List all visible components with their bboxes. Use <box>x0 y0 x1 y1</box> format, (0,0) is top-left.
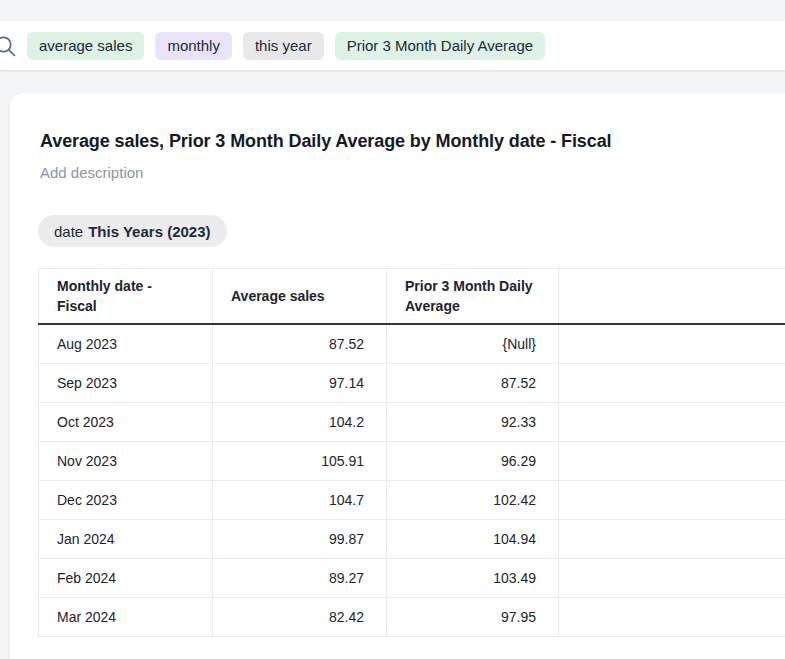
table-row: Aug 202387.52{Null} <box>39 324 785 363</box>
table-body: Aug 202387.52{Null}Sep 202397.1487.52Oct… <box>39 324 785 636</box>
filter-field-label: date <box>54 223 83 240</box>
cell-value: 104.7 <box>213 480 387 519</box>
table-header-row: Monthly date - FiscalAverage salesPrior … <box>39 269 785 325</box>
cell-date: Sep 2023 <box>39 363 213 402</box>
add-description-button[interactable]: Add description <box>40 164 143 182</box>
cell-empty <box>559 441 785 480</box>
table-row: Oct 2023104.292.33 <box>39 402 785 441</box>
cell-value: 87.52 <box>387 363 559 402</box>
cell-value: 103.49 <box>387 558 559 597</box>
filter-value-label: This Years (2023) <box>88 223 210 240</box>
cell-value: 104.2 <box>213 402 387 441</box>
cell-date: Dec 2023 <box>39 480 213 519</box>
filter-chip-date[interactable]: date This Years (2023) <box>38 215 227 247</box>
cell-empty <box>559 324 785 363</box>
search-token-1[interactable]: average sales <box>27 32 144 60</box>
cell-value: 105.91 <box>213 441 387 480</box>
cell-empty <box>559 402 785 441</box>
search-icon <box>0 34 17 58</box>
cell-empty <box>559 558 785 597</box>
cell-date: Feb 2024 <box>39 558 213 597</box>
cell-empty <box>559 519 785 558</box>
column-header-empty <box>559 269 785 325</box>
search-token-3[interactable]: this year <box>243 32 324 60</box>
cell-date: Jan 2024 <box>39 519 213 558</box>
cell-value: 97.14 <box>213 363 387 402</box>
search-token-2[interactable]: monthly <box>155 32 232 60</box>
cell-date: Nov 2023 <box>39 441 213 480</box>
table-row: Feb 202489.27103.49 <box>39 558 785 597</box>
cell-empty <box>559 597 785 636</box>
cell-value: 104.94 <box>387 519 559 558</box>
table-row: Nov 2023105.9196.29 <box>39 441 785 480</box>
answer-card: Average sales, Prior 3 Month Daily Avera… <box>10 93 785 659</box>
cell-value: {Null} <box>387 324 559 363</box>
cell-value: 92.33 <box>387 402 559 441</box>
cell-value: 99.87 <box>213 519 387 558</box>
table-row: Mar 202482.4297.95 <box>39 597 785 636</box>
cell-value: 97.95 <box>387 597 559 636</box>
table-row: Sep 202397.1487.52 <box>39 363 785 402</box>
cell-value: 89.27 <box>213 558 387 597</box>
search-bar[interactable]: average salesmonthlythis yearPrior 3 Mon… <box>0 21 785 70</box>
app-viewport: average salesmonthlythis yearPrior 3 Mon… <box>0 0 785 659</box>
cell-value: 82.42 <box>213 597 387 636</box>
search-token-4[interactable]: Prior 3 Month Daily Average <box>335 32 545 60</box>
table-row: Jan 202499.87104.94 <box>39 519 785 558</box>
cell-empty <box>559 363 785 402</box>
cell-date: Oct 2023 <box>39 402 213 441</box>
answer-title: Average sales, Prior 3 Month Daily Avera… <box>40 129 785 153</box>
table-row: Dec 2023104.7102.42 <box>39 480 785 519</box>
cell-value: 87.52 <box>213 324 387 363</box>
cell-value: 102.42 <box>387 480 559 519</box>
search-token-list: average salesmonthlythis yearPrior 3 Mon… <box>27 32 545 60</box>
cell-date: Mar 2024 <box>39 597 213 636</box>
cell-date: Aug 2023 <box>39 324 213 363</box>
cell-value: 96.29 <box>387 441 559 480</box>
column-header-1[interactable]: Monthly date - Fiscal <box>39 269 213 325</box>
column-header-3[interactable]: Prior 3 Month Daily Average <box>387 269 559 325</box>
cell-empty <box>559 480 785 519</box>
results-table: Monthly date - FiscalAverage salesPrior … <box>38 268 785 637</box>
column-header-2[interactable]: Average sales <box>213 269 387 325</box>
